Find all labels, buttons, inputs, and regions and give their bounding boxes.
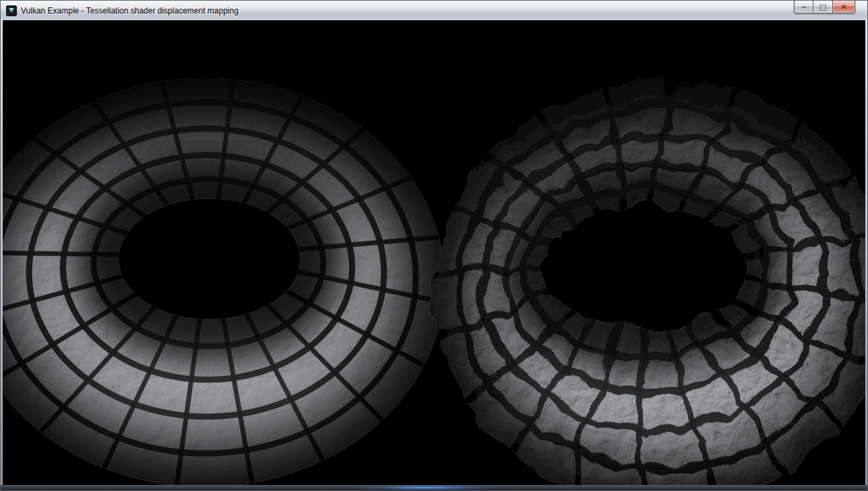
minimize-icon: ─: [801, 3, 806, 11]
window-controls: ─ □ ✕: [794, 1, 855, 13]
app-window: Vulkan Example - Tessellation shader dis…: [0, 0, 868, 491]
window-frame-right: [865, 20, 867, 485]
taskbar-glow: [351, 485, 499, 490]
vulkan-app-icon: [6, 5, 17, 16]
vulkan-render-scene: [3, 20, 865, 485]
close-button[interactable]: ✕: [833, 1, 855, 13]
render-viewport[interactable]: [3, 20, 865, 485]
maximize-icon: □: [819, 3, 826, 11]
close-icon: ✕: [840, 3, 846, 11]
maximize-button[interactable]: □: [813, 1, 833, 13]
window-title: Vulkan Example - Tessellation shader dis…: [21, 1, 239, 20]
minimize-button[interactable]: ─: [794, 1, 813, 13]
window-frame-bottom: [1, 485, 867, 490]
titlebar[interactable]: Vulkan Example - Tessellation shader dis…: [1, 1, 867, 21]
